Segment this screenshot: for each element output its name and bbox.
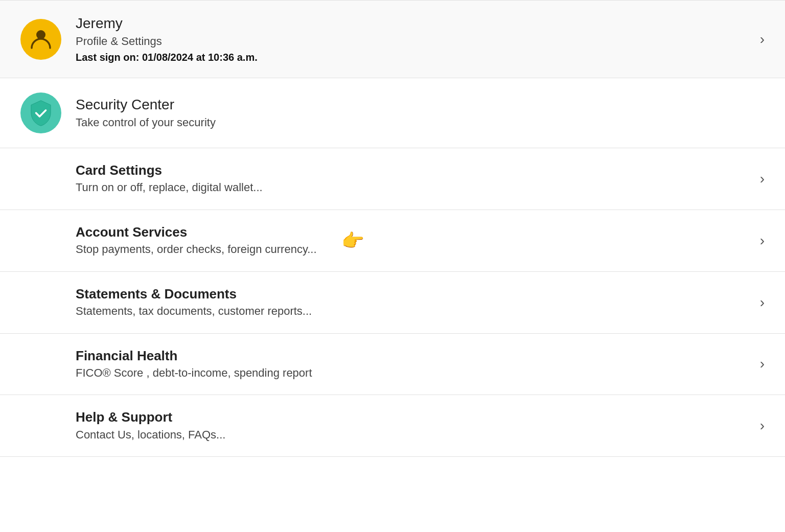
profile-text-block: Jeremy Profile & Settings Last sign on: …: [76, 15, 258, 63]
financial-health-title: Financial Health: [76, 348, 312, 364]
account-services-text-block: Account Services Stop payments, order ch…: [76, 224, 317, 257]
chevron-right-icon: ›: [760, 233, 765, 249]
statements-subtitle: Statements, tax documents, customer repo…: [76, 304, 312, 319]
chevron-right-icon: ›: [760, 356, 765, 372]
financial-health-text-block: Financial Health FICO® Score , debt-to-i…: [76, 348, 312, 381]
security-center-menu-item[interactable]: Security Center Take control of your sec…: [0, 78, 785, 148]
security-text-block: Security Center Take control of your sec…: [76, 96, 216, 130]
help-support-text-block: Help & Support Contact Us, locations, FA…: [76, 409, 225, 442]
account-services-title: Account Services: [76, 224, 317, 240]
profile-subtitle: Profile & Settings: [76, 34, 258, 49]
chevron-right-icon: ›: [760, 294, 765, 311]
card-settings-text-block: Card Settings Turn on or off, replace, d…: [76, 163, 263, 195]
chevron-right-icon: ›: [760, 418, 765, 434]
chevron-right-icon: ›: [760, 171, 765, 187]
account-services-subtitle: Stop payments, order checks, foreign cur…: [76, 242, 317, 257]
shield-icon: [28, 100, 54, 126]
financial-health-subtitle: FICO® Score , debt-to-income, spending r…: [76, 366, 312, 381]
profile-last-sign: Last sign on: 01/08/2024 at 10:36 a.m.: [76, 52, 258, 63]
statements-menu-item[interactable]: Statements & Documents Statements, tax d…: [0, 272, 785, 334]
security-title: Security Center: [76, 96, 216, 113]
card-settings-title: Card Settings: [76, 163, 263, 178]
security-icon-wrapper: [20, 92, 61, 133]
person-icon: [30, 27, 52, 52]
pointing-hand-icon: 👉: [341, 230, 364, 251]
help-support-subtitle: Contact Us, locations, FAQs...: [76, 428, 225, 443]
chevron-right-icon: ›: [760, 31, 765, 48]
card-settings-menu-item[interactable]: Card Settings Turn on or off, replace, d…: [0, 148, 785, 210]
profile-name: Jeremy: [76, 15, 258, 32]
statements-text-block: Statements & Documents Statements, tax d…: [76, 286, 312, 319]
financial-health-menu-item[interactable]: Financial Health FICO® Score , debt-to-i…: [0, 334, 785, 396]
account-services-menu-item[interactable]: Account Services Stop payments, order ch…: [0, 210, 785, 272]
settings-menu: Jeremy Profile & Settings Last sign on: …: [0, 0, 785, 457]
help-support-title: Help & Support: [76, 409, 225, 425]
security-subtitle: Take control of your security: [76, 115, 216, 130]
card-settings-subtitle: Turn on or off, replace, digital wallet.…: [76, 180, 263, 195]
statements-title: Statements & Documents: [76, 286, 312, 302]
profile-icon-wrapper: [20, 19, 61, 60]
help-support-menu-item[interactable]: Help & Support Contact Us, locations, FA…: [0, 395, 785, 457]
profile-menu-item[interactable]: Jeremy Profile & Settings Last sign on: …: [0, 0, 785, 78]
